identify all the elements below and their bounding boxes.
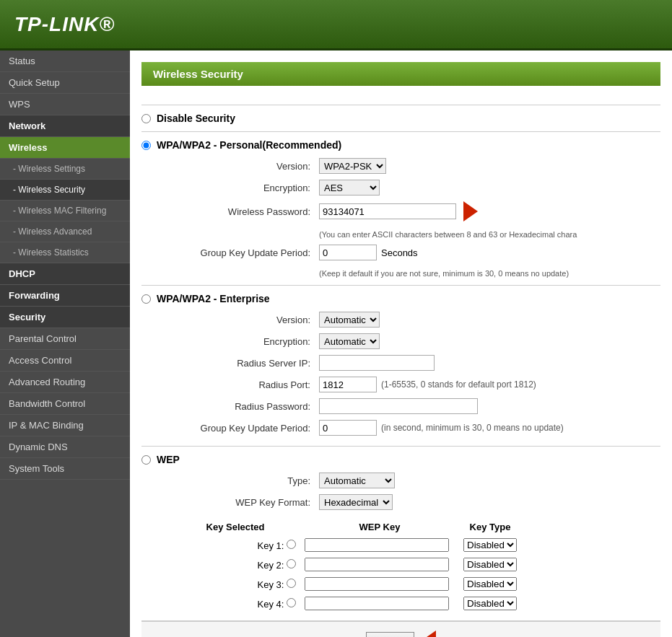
ent-radius-port-label: Radius Port: [170, 374, 315, 395]
wep-format-select[interactable]: Hexadecimal ASCII [319, 494, 393, 510]
sidebar-item-parental-control[interactable]: Parental Control [0, 328, 130, 350]
ent-group-key-label: Group Key Update Period: [170, 417, 315, 439]
sidebar-item-bandwidth-control[interactable]: Bandwidth Control [0, 393, 130, 415]
wep-key4-radio[interactable] [287, 598, 296, 607]
wpa-encryption-row: Encryption: Automatic TKIP AES [170, 177, 482, 198]
wep-key4-label-text: Key 4: [258, 599, 284, 610]
wep-format-row: WEP Key Format: Hexadecimal ASCII [170, 491, 399, 513]
wep-key3-label: Key 3: [170, 574, 300, 594]
wpa-group-key-row: Group Key Update Period: Seconds [170, 242, 422, 263]
sidebar-item-dhcp[interactable]: DHCP [0, 263, 130, 285]
wpa-enterprise-section-header: WPA/WPA2 - Enterprise [141, 293, 660, 304]
wep-key2-label: Key 2: [170, 555, 300, 574]
sidebar-item-wps[interactable]: WPS [0, 94, 130, 115]
main-content: Wireless Security Disable Security WPA/W… [130, 50, 672, 637]
save-arrow-icon [422, 631, 436, 637]
disable-security-radio[interactable] [141, 114, 151, 123]
wep-key2-input[interactable] [305, 558, 449, 571]
password-arrow-icon [463, 201, 478, 221]
wep-key-header: WEP Key [300, 519, 459, 535]
wep-form: Type: Automatic Open System Shared Key W… [170, 470, 399, 513]
sidebar-item-status[interactable]: Status [0, 50, 130, 72]
ent-version-label: Version: [170, 309, 315, 330]
ent-group-key-row: Group Key Update Period: (in second, min… [170, 417, 568, 439]
wpa-group-key-label: Group Key Update Period: [170, 242, 315, 263]
wireless-password-input[interactable] [319, 203, 456, 219]
wep-key1-radio[interactable] [287, 540, 296, 549]
sidebar-item-wireless-statistics[interactable]: - Wireless Statistics [0, 242, 130, 263]
wep-key4-type-select[interactable]: Disabled 64bit 128bit 152bit [463, 597, 517, 610]
sidebar-item-dynamic-dns[interactable]: Dynamic DNS [0, 436, 130, 458]
wep-key-selected-header: Key Selected [170, 519, 300, 535]
wpa-enterprise-label: WPA/WPA2 - Enterprise [157, 293, 270, 304]
wep-key1-input[interactable] [305, 538, 449, 552]
wpa-version-select[interactable]: Automatic WPA-PSK WPA2-PSK [319, 158, 386, 174]
wpa-encryption-label: Encryption: [170, 177, 315, 198]
ent-radius-ip-row: Radius Server IP: [170, 352, 568, 374]
sidebar-item-system-tools[interactable]: System Tools [0, 458, 130, 480]
wpa-personal-section-header: WPA/WPA2 - Personal(Recommended) [141, 139, 660, 151]
header: TP-LINK® [0, 0, 672, 50]
wpa-group-key-hint: (Keep it default if you are not sure, mi… [319, 269, 660, 278]
radius-server-ip-input[interactable] [319, 355, 435, 371]
wep-radio[interactable] [141, 455, 151, 465]
wpa-version-row: Version: Automatic WPA-PSK WPA2-PSK [170, 155, 482, 177]
wep-type-select[interactable]: Automatic Open System Shared Key [319, 473, 395, 488]
page-title-bar: Wireless Security [141, 62, 660, 86]
wep-key3-input[interactable] [305, 577, 449, 591]
wep-key-type-header: Key Type [459, 519, 521, 535]
wep-key2-type-select[interactable]: Disabled 64bit 128bit 152bit [463, 558, 517, 571]
sidebar-item-network[interactable]: Network [0, 115, 130, 137]
ent-encryption-row: Encryption: Automatic TKIP AES [170, 330, 568, 352]
sidebar-item-advanced-routing[interactable]: Advanced Routing [0, 372, 130, 393]
sidebar-item-wireless-settings[interactable]: - Wireless Settings [0, 159, 130, 180]
wep-key3-type-select[interactable]: Disabled 64bit 128bit 152bit [463, 577, 517, 591]
wpa-personal-radio[interactable] [141, 141, 151, 150]
wep-type-label: Type: [170, 470, 315, 491]
divider-top [141, 105, 660, 105]
wep-key2-label-text: Key 2: [258, 560, 284, 571]
divider-1 [141, 131, 660, 132]
wpa-enterprise-form: Version: Automatic WPA WPA2 Encryption: … [170, 309, 568, 439]
sidebar-item-wireless-mac-filtering[interactable]: - Wireless MAC Filtering [0, 201, 130, 221]
ent-radius-password-label: Radius Password: [170, 395, 315, 417]
wpa-group-key-input[interactable] [319, 245, 377, 260]
wep-key2-radio[interactable] [287, 559, 296, 568]
disable-security-section: Disable Security [141, 113, 660, 124]
wep-key3-radio[interactable] [287, 579, 296, 588]
ent-encryption-label: Encryption: [170, 330, 315, 352]
ent-encryption-select[interactable]: Automatic TKIP AES [319, 333, 380, 349]
sidebar-item-security[interactable]: Security [0, 307, 130, 328]
radius-password-input[interactable] [319, 398, 478, 414]
sidebar: Status Quick Setup WPS Network Wireless … [0, 50, 130, 637]
sidebar-item-wireless-security[interactable]: - Wireless Security [0, 180, 130, 201]
ent-version-select[interactable]: Automatic WPA WPA2 [319, 312, 380, 328]
divider-2 [141, 285, 660, 286]
wpa-password-row: Wireless Password: [170, 198, 482, 224]
wpa-group-key-form: Group Key Update Period: Seconds [170, 242, 422, 263]
ent-radius-password-row: Radius Password: [170, 395, 568, 417]
wep-format-label: WEP Key Format: [170, 491, 315, 513]
save-button[interactable]: Save [366, 632, 415, 638]
wpa-version-label: Version: [170, 155, 315, 177]
sidebar-item-wireless[interactable]: Wireless [0, 137, 130, 159]
wpa-enterprise-radio[interactable] [141, 294, 151, 304]
wpa-personal-label: WPA/WPA2 - Personal(Recommended) [157, 139, 341, 151]
divider-3 [141, 446, 660, 447]
sidebar-item-wireless-advanced[interactable]: - Wireless Advanced [0, 221, 130, 242]
wpa-encryption-select[interactable]: Automatic TKIP AES [319, 180, 380, 196]
table-row: Key 3: Disabled 64bit 128bit 152bit [170, 574, 521, 594]
ent-group-key-input[interactable] [319, 420, 377, 436]
wep-keys-table: Key Selected WEP Key Key Type Key 1: Dis… [170, 519, 521, 613]
sidebar-item-quick-setup[interactable]: Quick Setup [0, 72, 130, 94]
wep-key4-input[interactable] [305, 597, 449, 610]
sidebar-item-forwarding[interactable]: Forwarding [0, 285, 130, 307]
layout: Status Quick Setup WPS Network Wireless … [0, 50, 672, 637]
wpa-password-hint: (You can enter ASCII characters between … [319, 230, 660, 239]
radius-port-input[interactable] [319, 377, 377, 392]
wep-key1-type-select[interactable]: Disabled 64bit 128bit 152bit [463, 538, 517, 552]
sidebar-item-ip-mac-binding[interactable]: IP & MAC Binding [0, 415, 130, 436]
ent-group-key-hint: (in second, minimum is 30, 0 means no up… [381, 423, 564, 433]
wep-key1-label-text: Key 1: [258, 540, 284, 551]
sidebar-item-access-control[interactable]: Access Control [0, 350, 130, 372]
